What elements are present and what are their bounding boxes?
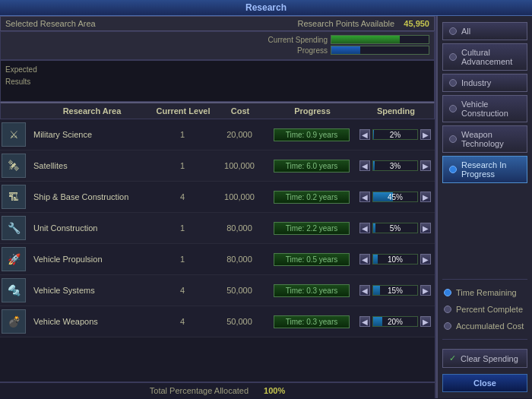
spending-bar: 5% (372, 223, 418, 233)
row-spending: ◀ 3% ▶ (357, 160, 433, 171)
col-spending: Spending (358, 106, 434, 116)
row-progress: Time: 0.3 years (266, 284, 357, 297)
expected-results-area: ExpectedResults (0, 60, 435, 102)
filter-label: Vehicle Construction (461, 100, 521, 118)
row-level: 4 (152, 286, 213, 295)
spending-increase-btn[interactable]: ▶ (420, 223, 431, 233)
table-row: ⚔ Military Science 1 20,000 Time: 0.9 ye… (0, 119, 435, 150)
filter-label: Industry (461, 78, 491, 87)
spending-bar: 3% (372, 160, 418, 171)
spending-decrease-btn[interactable]: ◀ (359, 285, 370, 296)
table-body: ⚔ Military Science 1 20,000 Time: 0.9 ye… (0, 119, 435, 382)
progress-pill: Time: 0.9 years (274, 128, 350, 141)
row-progress: Time: 0.3 years (266, 315, 357, 328)
spending-bar: 2% (372, 129, 418, 140)
spending-decrease-btn[interactable]: ◀ (359, 316, 370, 327)
filter-btn-all[interactable]: All (442, 22, 527, 40)
row-name[interactable]: Vehicle Weapons (30, 317, 152, 326)
filter-btn-weapon-technology[interactable]: Weapon Technology (442, 125, 527, 153)
title-bar: Research (0, 0, 532, 16)
spending-increase-btn[interactable]: ▶ (420, 129, 431, 140)
progress-fill (331, 46, 360, 54)
row-cost: 80,000 (213, 255, 266, 264)
progress-pill: Time: 0.3 years (274, 315, 350, 328)
row-icon: 💣 (2, 309, 26, 334)
progress-pill: Time: 2.2 years (274, 222, 350, 235)
row-name[interactable]: Military Science (30, 130, 152, 139)
spending-increase-btn[interactable]: ▶ (420, 160, 431, 171)
row-progress: Time: 2.2 years (266, 222, 357, 235)
selected-area-header: Selected Research Area Research Points A… (0, 16, 435, 31)
row-spending: ◀ 10% ▶ (357, 254, 433, 264)
spending-decrease-btn[interactable]: ◀ (359, 192, 370, 202)
spending-bar: 15% (372, 285, 418, 296)
row-name[interactable]: Ship & Base Construction (30, 192, 152, 201)
row-cost: 100,000 (213, 192, 266, 201)
progress-row: Progress (5, 46, 429, 55)
spending-label: 15% (373, 286, 417, 296)
spending-decrease-btn[interactable]: ◀ (359, 223, 370, 233)
filter-btn-industry[interactable]: Industry (442, 74, 527, 92)
row-icon: 🛰 (2, 154, 26, 178)
row-cost: 20,000 (213, 130, 266, 139)
filter-dot (449, 79, 457, 87)
legend-dot (444, 322, 451, 330)
row-name[interactable]: Vehicle Propulsion (30, 255, 152, 264)
legend-dot (444, 289, 451, 296)
spending-increase-btn[interactable]: ▶ (420, 285, 431, 296)
research-points-area: Research Points Available 45,950 (298, 19, 430, 28)
row-icon: 🚀 (2, 247, 26, 271)
col-progress: Progress (267, 106, 358, 116)
filter-label: Cultural Advancement (461, 48, 521, 66)
legend-label: Percent Complete (456, 305, 523, 314)
spending-progress-area: Current Spending Progress (0, 31, 435, 60)
table-row: 🔧 Unit Construction 1 80,000 Time: 2.2 y… (0, 213, 435, 244)
clear-label: Clear Spending (461, 354, 518, 363)
row-progress: Time: 0.9 years (266, 128, 357, 141)
row-spending: ◀ 5% ▶ (357, 223, 433, 233)
progress-pill: Time: 6.0 years (274, 160, 350, 173)
row-progress: Time: 0.5 years (266, 253, 357, 266)
spending-increase-btn[interactable]: ▶ (420, 316, 431, 327)
filter-dot (449, 135, 457, 143)
total-label: Total Percentage Allocated (150, 386, 249, 395)
row-spending: ◀ 15% ▶ (357, 285, 433, 296)
spending-label: 20% (373, 317, 417, 327)
table-row: 💣 Vehicle Weapons 4 50,000 Time: 0.3 yea… (0, 306, 435, 337)
row-spending: ◀ 20% ▶ (357, 316, 433, 327)
table-row: 🏗 Ship & Base Construction 4 100,000 Tim… (0, 182, 435, 213)
filter-btn-cultural-advancement[interactable]: Cultural Advancement (442, 43, 527, 71)
current-spending-fill (331, 36, 400, 43)
row-spending: ◀ 2% ▶ (357, 129, 433, 140)
spending-decrease-btn[interactable]: ◀ (359, 254, 370, 264)
filter-btn-research-in-progress[interactable]: Research In Progress (442, 156, 527, 183)
col-icon (1, 106, 31, 116)
divider-2 (442, 339, 527, 340)
row-progress: Time: 6.0 years (266, 160, 357, 173)
legend-item: Time Remaining (442, 286, 527, 299)
col-cost: Cost (214, 106, 267, 116)
col-current-level: Current Level (153, 106, 214, 116)
spending-decrease-btn[interactable]: ◀ (359, 129, 370, 140)
filter-dot (449, 27, 457, 35)
row-cost: 50,000 (213, 286, 266, 295)
row-name[interactable]: Satellites (30, 161, 152, 170)
right-spacer (442, 186, 527, 273)
spending-bar: 20% (372, 316, 418, 327)
right-panel: All Cultural Advancement Industry Vehicl… (436, 16, 532, 398)
filter-btn-vehicle-construction[interactable]: Vehicle Construction (442, 95, 527, 122)
spending-bar: 10% (372, 254, 418, 264)
row-spending: ◀ 45% ▶ (357, 192, 433, 202)
filter-label: Weapon Technology (461, 130, 521, 148)
close-button[interactable]: Close (442, 374, 527, 392)
progress-pill: Time: 0.2 years (274, 191, 350, 204)
spending-increase-btn[interactable]: ▶ (420, 192, 431, 202)
spending-increase-btn[interactable]: ▶ (420, 254, 431, 264)
research-points-value: 45,950 (404, 19, 429, 28)
row-level: 1 (152, 255, 213, 264)
row-name[interactable]: Unit Construction (30, 223, 152, 233)
row-name[interactable]: Vehicle Systems (30, 286, 152, 295)
spending-decrease-btn[interactable]: ◀ (359, 160, 370, 171)
legend-item: Percent Complete (442, 302, 527, 316)
clear-spending-button[interactable]: ✓ Clear Spending (442, 349, 527, 368)
